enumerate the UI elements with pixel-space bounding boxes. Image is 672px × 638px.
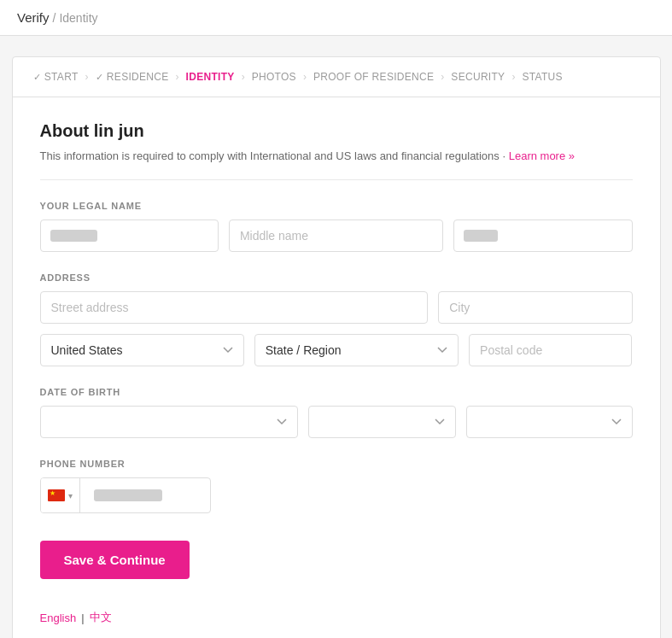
- middle-name-input[interactable]: [229, 219, 443, 252]
- top-bar: Verify / Identity: [0, 0, 672, 36]
- about-title: About lin jun: [40, 121, 633, 141]
- dob-year-select[interactable]: 2000 1990: [466, 406, 633, 438]
- step-start[interactable]: ✓ START: [33, 71, 79, 83]
- step-photos-label: PHOTOS: [252, 71, 296, 83]
- check-residence: ✓: [96, 72, 103, 83]
- step-status[interactable]: STATUS: [522, 71, 562, 83]
- header-separator: /: [53, 11, 56, 25]
- country-field: United States China United Kingdom Canad…: [40, 334, 244, 366]
- lang-english-link[interactable]: English: [40, 612, 77, 624]
- dob-label: DATE OF BIRTH: [40, 387, 633, 397]
- step-residence[interactable]: ✓ RESIDENCE: [96, 71, 169, 83]
- progress-steps: ✓ START › ✓ RESIDENCE › IDENTITY › PHOTO…: [13, 57, 660, 97]
- country-select[interactable]: United States China United Kingdom Canad…: [40, 334, 244, 366]
- step-security-label: SECURITY: [451, 71, 505, 83]
- china-flag-icon: [48, 489, 65, 501]
- main-container: ✓ START › ✓ RESIDENCE › IDENTITY › PHOTO…: [12, 56, 661, 638]
- step-start-label: START: [44, 71, 79, 83]
- legal-name-group: YOUR LEGAL NAME: [40, 201, 633, 252]
- step-status-label: STATUS: [522, 71, 562, 83]
- name-row: [40, 219, 633, 252]
- city-field: [438, 291, 632, 324]
- check-start: ✓: [33, 72, 41, 83]
- footer-language: English | 中文: [40, 610, 633, 625]
- state-select[interactable]: State / Region California New York Texas: [254, 334, 459, 366]
- form-body: About lin jun This information is requir…: [13, 97, 660, 638]
- address-row2: United States China United Kingdom Canad…: [40, 334, 633, 366]
- step-photos[interactable]: PHOTOS: [252, 71, 296, 83]
- save-continue-button[interactable]: Save & Continue: [40, 541, 190, 579]
- step-security[interactable]: SECURITY: [451, 71, 505, 83]
- step-proof-label: PROOF OF RESIDENCE: [313, 71, 434, 83]
- street-field: [40, 291, 429, 324]
- legal-name-label: YOUR LEGAL NAME: [40, 201, 633, 211]
- phone-input-wrapper: [80, 489, 210, 501]
- phone-label: PHONE NUMBER: [40, 459, 633, 469]
- step-identity[interactable]: IDENTITY: [186, 71, 235, 83]
- dob-year-field: 2000 1990: [466, 406, 633, 438]
- divider: [40, 179, 633, 180]
- state-field: State / Region California New York Texas: [254, 334, 459, 366]
- dob-group: DATE OF BIRTH January February March Apr…: [40, 387, 633, 438]
- sep1: ›: [85, 71, 89, 83]
- last-name-field: [453, 219, 632, 252]
- learn-more-link[interactable]: Learn more »: [509, 149, 575, 162]
- phone-group: PHONE NUMBER ▾: [40, 459, 633, 513]
- postal-field: [469, 334, 632, 366]
- dob-day-field: 1 2: [308, 406, 456, 438]
- phone-number-blur: [94, 489, 162, 501]
- sep4: ›: [303, 71, 307, 83]
- address-group: ADDRESS United States China United Kingd…: [40, 272, 633, 366]
- phone-row: ▾: [40, 477, 211, 513]
- middle-name-field: [229, 219, 443, 252]
- about-desc: This information is required to comply w…: [40, 149, 633, 162]
- address-label: ADDRESS: [40, 272, 633, 283]
- last-name-input[interactable]: [453, 219, 632, 252]
- first-name-input[interactable]: [40, 219, 219, 252]
- sep5: ›: [441, 71, 444, 83]
- lang-separator: |: [81, 612, 84, 624]
- sep2: ›: [176, 71, 179, 83]
- address-row1: [40, 291, 633, 324]
- header-step: Identity: [59, 11, 97, 25]
- verify-label: Verify: [17, 10, 50, 25]
- sep6: ›: [511, 71, 515, 83]
- step-proof[interactable]: PROOF OF RESIDENCE: [313, 71, 434, 83]
- dob-day-select[interactable]: 1 2: [308, 406, 456, 438]
- phone-dropdown-arrow: ▾: [68, 491, 73, 500]
- step-residence-label: RESIDENCE: [107, 71, 169, 83]
- first-name-field: [40, 219, 219, 252]
- street-input[interactable]: [40, 291, 429, 324]
- dob-month-select[interactable]: January February March April May June Ju…: [40, 406, 299, 438]
- city-input[interactable]: [438, 291, 632, 324]
- sep3: ›: [242, 71, 245, 83]
- dob-month-field: January February March April May June Ju…: [40, 406, 299, 438]
- lang-chinese-link[interactable]: 中文: [90, 610, 112, 625]
- postal-input[interactable]: [469, 334, 632, 366]
- dob-row: January February March April May June Ju…: [40, 406, 633, 438]
- phone-flag-selector[interactable]: ▾: [41, 478, 80, 512]
- step-identity-label: IDENTITY: [186, 71, 235, 83]
